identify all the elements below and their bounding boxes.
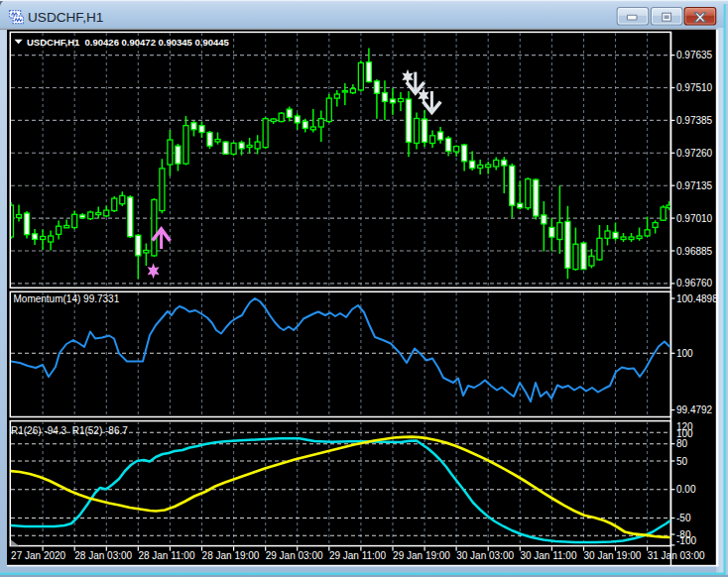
svg-text:0.96760: 0.96760 — [676, 278, 713, 288]
svg-text:30 Jan 03:00: 30 Jan 03:00 — [456, 550, 514, 561]
svg-text:-50: -50 — [676, 513, 691, 523]
svg-text:29 Jan 03:00: 29 Jan 03:00 — [266, 550, 323, 561]
svg-text:USDCHF,H1 0.90426 0.90472 0.9: USDCHF,H1 0.90426 0.90472 0.90345 0.9044… — [27, 37, 230, 48]
svg-text:0.96885: 0.96885 — [676, 246, 713, 257]
svg-text:28 Jan 19:00: 28 Jan 19:00 — [202, 550, 260, 561]
svg-text:28 Jan 11:00: 28 Jan 11:00 — [138, 550, 195, 561]
svg-text:0.00: 0.00 — [676, 484, 696, 495]
svg-text:30 Jan 19:00: 30 Jan 19:00 — [584, 550, 642, 561]
svg-text:0.97135: 0.97135 — [676, 180, 713, 191]
svg-text:28 Jan 03:00: 28 Jan 03:00 — [74, 550, 132, 561]
svg-text:27 Jan 2020: 27 Jan 2020 — [11, 550, 65, 561]
svg-text:100: 100 — [676, 428, 693, 439]
svg-text:0.97635: 0.97635 — [676, 50, 713, 60]
svg-text:0.97510: 0.97510 — [676, 82, 713, 93]
svg-text:80: 80 — [676, 438, 688, 449]
svg-text:31 Jan 03:00: 31 Jan 03:00 — [648, 550, 705, 561]
svg-text:29 Jan 19:00: 29 Jan 19:00 — [393, 550, 450, 561]
svg-text:100.4898: 100.4898 — [676, 293, 718, 304]
svg-text:0.97385: 0.97385 — [676, 115, 713, 126]
svg-text:R1(26) -94.3 R1(52) -86.7: R1(26) -94.3 R1(52) -86.7 — [11, 425, 128, 436]
svg-text:29 Jan 11:00: 29 Jan 11:00 — [329, 550, 387, 561]
svg-text:USDCHF,H1: USDCHF,H1 — [28, 10, 103, 25]
svg-text:50: 50 — [676, 456, 688, 467]
svg-text:0.97260: 0.97260 — [676, 148, 713, 159]
svg-text:30 Jan 11:00: 30 Jan 11:00 — [520, 550, 577, 561]
svg-text:Momentum(14) 99.7331: Momentum(14) 99.7331 — [14, 293, 120, 304]
svg-text:99.4792: 99.4792 — [676, 404, 713, 415]
svg-text:-100: -100 — [676, 535, 696, 546]
svg-text:100: 100 — [676, 348, 693, 359]
svg-text:0.97010: 0.97010 — [676, 213, 713, 224]
